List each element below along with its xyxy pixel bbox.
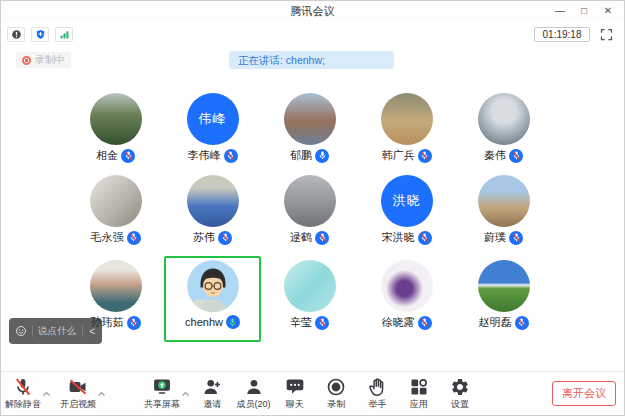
participant-tile[interactable]: 韩广兵 — [358, 89, 455, 171]
security-shield-icon[interactable] — [31, 27, 49, 42]
recording-label: 录制中 — [35, 53, 65, 67]
camera-off-icon — [68, 377, 88, 397]
mic-muted-icon — [315, 316, 329, 330]
members-icon — [244, 377, 264, 397]
participant-tile[interactable]: 郁鹏 — [261, 89, 358, 171]
participant-tile[interactable]: 秦伟 — [455, 89, 552, 171]
avatar — [381, 93, 433, 145]
participant-name: 宋洪晓 — [382, 230, 415, 245]
participant-name: 秦伟 — [484, 148, 506, 163]
raise-hand-button[interactable]: 举手 — [358, 377, 396, 411]
participant-name: 逯鹤 — [290, 230, 312, 245]
leave-meeting-button[interactable]: 离开会议 — [552, 381, 616, 406]
unmute-button[interactable]: 解除静音 — [4, 377, 42, 411]
share-screen-icon — [152, 377, 172, 397]
settings-gear-icon — [450, 377, 470, 397]
avatar — [187, 175, 239, 227]
recording-indicator: 录制中 — [16, 52, 71, 68]
meeting-timer: 01:19:18 — [534, 27, 590, 42]
chevron-up-icon[interactable] — [181, 383, 190, 390]
maximize-button[interactable]: □ — [574, 3, 594, 19]
meeting-info-icon[interactable] — [7, 27, 25, 42]
speaking-banner: 正在讲话: chenhw; — [229, 51, 394, 69]
fullscreen-button[interactable] — [599, 27, 614, 42]
participant-tile[interactable]: 洪晓 宋洪晓 — [358, 171, 455, 256]
participant-name: 苏伟 — [193, 230, 215, 245]
mic-muted-icon — [224, 149, 238, 163]
window-title: 腾讯会议 — [1, 4, 624, 19]
raise-hand-icon — [367, 377, 387, 397]
participant-name: chenhw — [185, 316, 223, 328]
mic-muted-icon — [515, 316, 529, 330]
mic-muted-icon — [121, 149, 135, 163]
participant-name: 李伟峰 — [188, 148, 221, 163]
collapse-chat-button[interactable]: < — [88, 326, 96, 337]
bottom-toolbar: 解除静音 开启视频 共享屏幕 — [1, 371, 624, 415]
participant-name: 毛永强 — [91, 230, 124, 245]
avatar — [284, 175, 336, 227]
participant-tile[interactable]: 相金 — [67, 89, 164, 171]
apps-button[interactable]: 应用 — [400, 377, 438, 411]
participant-tile[interactable]: 苏伟 — [164, 171, 261, 256]
chat-icon — [285, 377, 305, 397]
divider — [32, 325, 33, 337]
avatar — [478, 175, 530, 227]
share-screen-button[interactable]: 共享屏幕 — [143, 377, 181, 411]
participant-tile[interactable]: 毛永强 — [67, 171, 164, 256]
participant-grid: 相金 伟峰 李伟峰 郁鹏 韩广兵 秦伟 — [67, 89, 552, 342]
mic-muted-icon — [218, 231, 232, 245]
mic-speaking-icon — [226, 315, 240, 329]
participant-name: 郁鹏 — [290, 148, 312, 163]
emoji-button[interactable] — [15, 325, 27, 337]
avatar — [478, 260, 530, 312]
start-video-button[interactable]: 开启视频 — [59, 377, 97, 411]
apps-icon — [409, 377, 429, 397]
participant-tile[interactable]: 伟峰 李伟峰 — [164, 89, 261, 171]
mic-muted-icon — [509, 149, 523, 163]
chat-button[interactable]: 聊天 — [276, 377, 314, 411]
titlebar: 腾讯会议 — □ ✕ — [1, 1, 624, 21]
participant-tile[interactable]: 逯鹤 — [261, 171, 358, 256]
mic-muted-icon — [13, 377, 33, 397]
message-input[interactable]: 说点什么... — [38, 325, 77, 338]
chevron-up-icon[interactable] — [42, 383, 51, 390]
mic-muted-icon — [418, 316, 432, 330]
chevron-up-icon[interactable] — [97, 383, 106, 390]
mic-muted-icon — [315, 231, 329, 245]
mic-muted-icon — [127, 316, 141, 330]
invite-icon — [202, 377, 222, 397]
avatar — [478, 93, 530, 145]
app-window: 腾讯会议 — □ ✕ 01:19:18 录制中 正在讲话: chenhw; 相金 — [0, 0, 625, 416]
participant-tile-active-speaker[interactable]: chenhw — [164, 256, 261, 342]
status-icons — [7, 27, 73, 42]
participant-tile[interactable]: 徐晓露 — [358, 256, 455, 342]
mic-muted-icon — [127, 231, 141, 245]
participant-name: 韩广兵 — [382, 148, 415, 163]
avatar — [284, 93, 336, 145]
avatar: 伟峰 — [187, 93, 239, 145]
record-button[interactable]: 录制 — [317, 377, 355, 411]
quick-chat-box: 说点什么... < — [9, 318, 102, 344]
network-signal-icon[interactable] — [55, 27, 73, 42]
participant-name: 相金 — [96, 148, 118, 163]
avatar — [90, 175, 142, 227]
avatar — [90, 93, 142, 145]
avatar — [381, 260, 433, 312]
mic-muted-icon — [418, 149, 432, 163]
record-dot-icon — [22, 56, 31, 65]
minimize-button[interactable]: — — [550, 3, 570, 19]
members-button[interactable]: 成员(20) — [235, 377, 273, 411]
avatar — [187, 260, 239, 312]
invite-button[interactable]: 邀请 — [193, 377, 231, 411]
mic-on-icon — [315, 149, 329, 163]
participant-tile[interactable]: 蔚璞 — [455, 171, 552, 256]
close-button[interactable]: ✕ — [598, 3, 618, 19]
record-icon — [326, 377, 346, 397]
participant-tile[interactable]: 赵明磊 — [455, 256, 552, 342]
avatar: 洪晓 — [381, 175, 433, 227]
participant-tile[interactable]: 辛莹 — [261, 256, 358, 342]
cartoon-avatar-icon — [187, 260, 239, 312]
participant-name: 蔚璞 — [484, 230, 506, 245]
settings-button[interactable]: 设置 — [441, 377, 479, 411]
participant-name: 辛莹 — [290, 315, 312, 330]
